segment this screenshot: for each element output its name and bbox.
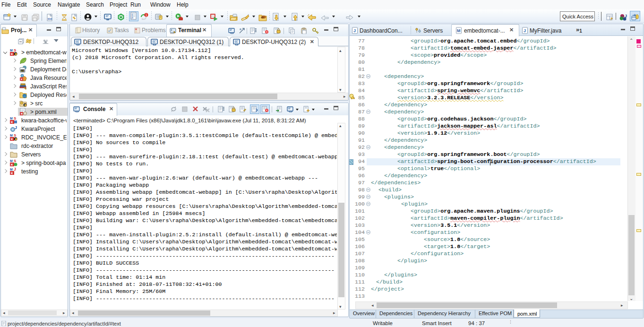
svg-text:✕: ✕ (10, 138, 13, 141)
svg-text:✕: ✕ (20, 112, 23, 115)
svg-text:S: S (14, 116, 17, 120)
svg-text:M: M (10, 159, 13, 163)
svg-text:010: 010 (48, 17, 52, 20)
svg-text:M: M (10, 134, 13, 137)
svg-text:✱: ✱ (15, 138, 17, 141)
svg-text:✱: ✱ (15, 52, 17, 56)
svg-text:M: M (10, 117, 13, 120)
svg-text:J: J (15, 125, 17, 130)
svg-text:J: J (353, 28, 356, 33)
svg-text:✱: ✱ (24, 103, 27, 107)
svg-text:1: 1 (146, 13, 147, 17)
svg-text:✕: ✕ (10, 172, 13, 175)
svg-text:2.4: 2.4 (21, 70, 24, 72)
svg-text:✕: ✕ (10, 120, 13, 124)
svg-text:J: J (14, 167, 16, 172)
svg-text:✕: ✕ (20, 78, 23, 81)
svg-text:S: S (14, 48, 17, 52)
svg-text:M: M (10, 49, 13, 52)
svg-text:M: M (10, 168, 13, 171)
svg-text:✕: ✕ (10, 52, 13, 56)
svg-text:M: M (457, 28, 461, 33)
svg-text:J: J (625, 14, 627, 18)
svg-text:✕: ✕ (10, 163, 13, 166)
svg-text:S: S (14, 133, 17, 138)
svg-text:S: S (14, 159, 17, 163)
svg-text:J: J (524, 28, 526, 33)
